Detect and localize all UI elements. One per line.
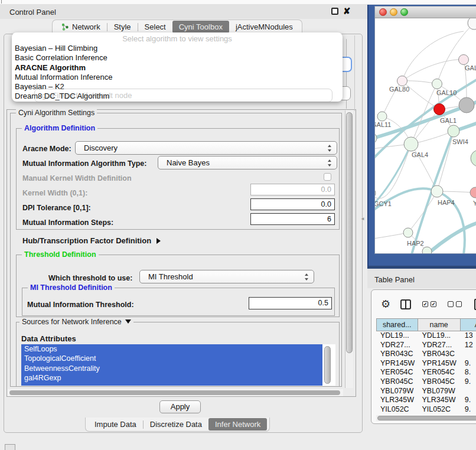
tab-label: Network — [72, 22, 100, 31]
tab-discretize-data[interactable]: Discretize Data — [144, 418, 208, 431]
table-row[interactable]: YER054CYER054C8. — [376, 368, 476, 377]
dpi-tolerance-field[interactable]: 0.0 — [250, 198, 335, 210]
algorithm-option[interactable]: Mutual Information Inference — [12, 73, 343, 82]
table-cell: 9. — [461, 396, 476, 405]
attribute-list-item[interactable]: gal4RGexp — [21, 373, 322, 383]
column-header-name[interactable]: name — [418, 318, 461, 331]
manual-kernel-checkbox[interactable] — [324, 173, 331, 181]
bottom-partial-node[interactable] — [422, 247, 432, 253]
table-cell: YPR145W — [376, 359, 418, 369]
deselect-all-icon[interactable] — [448, 301, 462, 307]
algorithm-option[interactable]: Bayesian – Hill Climbing — [12, 44, 343, 53]
select-all-icon[interactable]: ✓✓ — [422, 301, 436, 307]
swi4-node[interactable] — [448, 125, 459, 137]
table-cell: YBR045C — [376, 377, 418, 387]
table-row[interactable]: YBL079WYBL079W — [376, 387, 476, 396]
table-row[interactable]: YBR045CYBR045C9. — [376, 377, 476, 387]
table-cell: YDR27... — [418, 341, 460, 350]
table-row[interactable]: YBR043CYBR043C — [376, 350, 476, 359]
attribute-list-item-partial[interactable] — [21, 383, 322, 386]
close-traffic-light-icon[interactable] — [379, 8, 387, 16]
collapsed-panel-icon[interactable] — [5, 444, 15, 450]
mi-threshold-field[interactable]: 0.5 — [249, 297, 332, 309]
table-cell: 9. — [461, 359, 476, 369]
table-cell: 12 — [461, 341, 476, 350]
mi-type-combo[interactable]: Naive Bayes — [158, 156, 337, 169]
close-icon[interactable]: ✘ — [343, 6, 351, 17]
split-view-icon[interactable] — [400, 299, 411, 309]
gal1-node[interactable] — [434, 104, 445, 115]
gal10-node[interactable] — [432, 79, 442, 89]
attribute-list-item[interactable]: SelfLoops — [21, 344, 322, 354]
tab-cyni-toolbox[interactable]: Cyni Toolbox — [172, 21, 229, 33]
minimize-traffic-light-icon[interactable] — [390, 8, 397, 16]
tab-select[interactable]: Select — [138, 21, 172, 33]
kernel-width-field[interactable]: 0.0 — [250, 184, 335, 195]
toolbar-strip — [0, 0, 476, 5]
splitter-handle[interactable]: ◄ — [360, 216, 365, 221]
table-panel-title: Table Panel — [374, 275, 415, 284]
data-attributes-list[interactable]: SelfLoopsTopologicalCoefficientBetweenne… — [21, 344, 335, 386]
table-cell: YBR045C — [418, 377, 460, 387]
apply-button[interactable]: Apply — [159, 400, 201, 413]
column-header-partial[interactable]: A — [461, 318, 476, 331]
tab-label: Cyni Toolbox — [179, 22, 223, 31]
table-hscrollbar-thumb[interactable] — [377, 416, 476, 420]
tab-impute-data[interactable]: Impute Data — [88, 418, 143, 431]
table-cell: YBR043C — [418, 350, 460, 359]
gray-node[interactable] — [459, 97, 474, 113]
table-header-row: shared... name A — [376, 318, 476, 331]
gal11-node[interactable] — [377, 112, 387, 121]
column-header-shared[interactable]: shared... — [376, 318, 418, 331]
gal80-node[interactable] — [397, 76, 407, 86]
table-cell — [461, 387, 476, 396]
tab-network[interactable]: Network — [55, 21, 107, 33]
gcy1-node[interactable] — [375, 188, 376, 198]
sources-title-expander[interactable]: Sources for Network Inference — [19, 318, 133, 326]
table-row[interactable]: YIL052CYIL052C9. — [376, 405, 476, 415]
left-small-node[interactable] — [375, 133, 377, 144]
gal4-node[interactable] — [404, 137, 418, 151]
tab-jactivemnodules[interactable]: jActiveMNodules — [229, 21, 299, 33]
attributes-list-scrollbar[interactable] — [324, 346, 331, 384]
algorithm-option[interactable]: ARACNE Algorithm — [12, 63, 343, 73]
green-right-node[interactable] — [471, 150, 476, 167]
attribute-list-item[interactable]: TopologicalCoefficient — [21, 354, 322, 363]
table-toolbar: ⚙ ✓✓ — [371, 290, 476, 318]
data-attributes-label: Data Attributes — [21, 334, 76, 343]
algorithm-option[interactable]: Basic Correlation Inference — [12, 53, 343, 63]
table-row[interactable]: YDL19...YDL19...13 — [376, 331, 476, 341]
panel-title: Control Panel — [9, 8, 56, 17]
dropdown-prompt: Select algorithm to view settings — [12, 34, 343, 44]
table-row[interactable]: YPR145WYPR145W9. — [376, 359, 476, 369]
network-canvas[interactable]: GALGAL80GAL10GAL1SWI4GAL11GAL4GCY1HAP4YH… — [375, 18, 476, 253]
group-title: Algorithm Definition — [22, 124, 97, 132]
salmon-node[interactable] — [470, 187, 476, 198]
settings-hscrollbar-thumb[interactable] — [9, 390, 340, 395]
settings-vscrollbar-thumb[interactable] — [346, 112, 353, 353]
mi-steps-field[interactable]: 6 — [250, 213, 335, 225]
tab-style[interactable]: Style — [107, 21, 138, 33]
table-cell: YIL052C — [418, 405, 460, 415]
tab-infer-network[interactable]: Infer Network — [208, 418, 267, 431]
cyni-mode-tabs: Impute Data Discretize Data Infer Networ… — [85, 418, 270, 432]
hap4-node[interactable] — [431, 185, 443, 197]
float-window-icon[interactable] — [331, 8, 338, 15]
combo-value: Discovery — [84, 144, 118, 152]
which-threshold-combo[interactable]: MI Threshold — [139, 270, 314, 283]
combo-stepper-icon — [305, 273, 309, 281]
aracne-mode-combo[interactable]: Discovery — [75, 141, 337, 155]
hub-definition-expander[interactable]: Hub/Transcription Factor Definition — [22, 236, 161, 245]
hap2-node[interactable] — [403, 228, 413, 237]
table-row[interactable]: YLR345WYLR345W9. — [376, 396, 476, 405]
node-label: GAL1 — [440, 117, 457, 124]
network-window-titlebar[interactable] — [375, 6, 476, 18]
zoom-traffic-light-icon[interactable] — [400, 8, 408, 16]
gear-icon[interactable]: ⚙ — [381, 298, 390, 311]
gal-partial-node[interactable] — [459, 55, 469, 65]
table-cell: YDL19... — [418, 331, 460, 341]
table-row[interactable]: YDR27...YDR27...12 — [376, 341, 476, 350]
top-edge-node[interactable] — [468, 18, 476, 30]
attribute-list-item[interactable]: BetweennessCentrality — [21, 364, 322, 373]
which-threshold-label: Which threshold to use: — [48, 274, 132, 282]
